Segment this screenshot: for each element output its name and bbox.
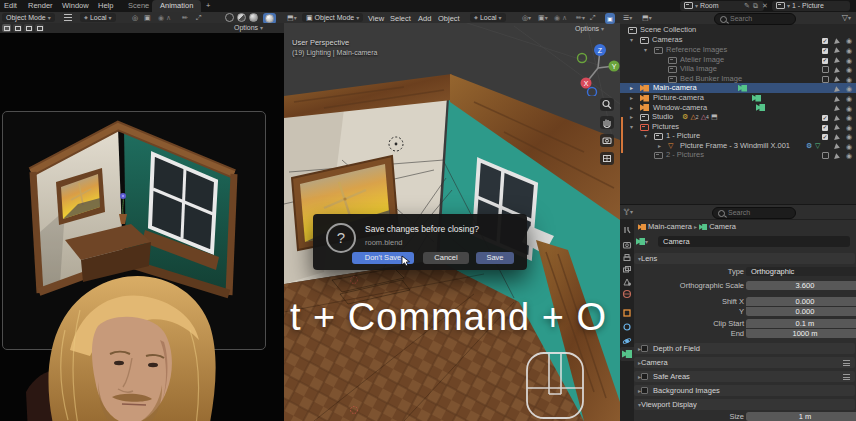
brush-icon[interactable]: ✏▾ <box>576 14 585 22</box>
scene-selector[interactable]: ▾ Room <box>680 1 764 11</box>
camera-datablock-icon[interactable]: ▾ <box>636 237 648 246</box>
menu-edit[interactable]: Edit <box>4 1 17 10</box>
mode-dropdown[interactable]: ▣ Object Mode ▾ <box>302 13 363 22</box>
select-lasso-icon[interactable] <box>35 24 45 34</box>
outliner-row-villa-image[interactable]: Villa Image ◉ <box>620 64 856 74</box>
proportional-edit-icon[interactable]: ◉ ∧ <box>554 14 567 22</box>
brush-icon[interactable]: ✏ <box>182 14 188 22</box>
ortho-toggle-button[interactable] <box>600 152 614 165</box>
select-circle-icon[interactable] <box>24 24 34 34</box>
magnet-icon[interactable]: ▣ <box>144 14 151 22</box>
options-dropdown[interactable]: Options ▾ <box>575 25 604 32</box>
properties-search-input[interactable]: Search <box>712 207 796 219</box>
shift-x-field[interactable]: 0.000 <box>746 297 856 306</box>
breadcrumb-data[interactable]: Camera <box>709 222 736 231</box>
outliner-row-main-camera[interactable]: ▸ Main-camera ◉ <box>620 83 856 93</box>
left-3d-viewport[interactable]: Object Mode ▾ ⌖ Local ▾ ◎ ▣ ◉ ∧ ✏ ⤢ Opti… <box>0 12 284 421</box>
shading-material-icon[interactable] <box>246 13 258 22</box>
tab-view-layer[interactable] <box>622 265 632 275</box>
outliner-row-cameras[interactable]: ▾ Cameras ◉ <box>620 35 856 45</box>
clip-end-field[interactable]: 1000 m <box>746 329 856 338</box>
outliner-row-window-camera[interactable]: ▸ Window-camera ◉ <box>620 103 856 113</box>
tab-physics[interactable] <box>622 336 632 346</box>
outliner-row-1-picture[interactable]: ▾ 1 - Picture ◉ <box>620 131 856 141</box>
camera-view-button[interactable] <box>600 134 614 147</box>
viewport-display-section[interactable]: ▾Viewport Display <box>634 399 855 410</box>
navigation-gizmo[interactable]: Z Y X <box>576 40 620 96</box>
depth-of-field-section[interactable]: ▸ Depth of Field <box>634 343 855 354</box>
camera-section[interactable]: ▸Camera <box>634 357 855 368</box>
type-dropdown[interactable]: Orthographic▾ <box>746 267 856 276</box>
outliner-row-scene-collection[interactable]: Scene Collection <box>620 25 856 35</box>
main-3d-viewport[interactable]: ⬒▾ ▣ Object Mode ▾ View Select Add Objec… <box>284 12 620 421</box>
select-tweak-icon[interactable] <box>2 24 12 34</box>
render-preview-icon[interactable]: ▣ <box>605 13 615 24</box>
hamburger-icon[interactable] <box>64 14 72 21</box>
orthographic-scale-field[interactable]: 3.600 <box>746 281 856 290</box>
safe-areas-checkbox[interactable] <box>641 373 648 380</box>
xray-icon[interactable]: ⤢ <box>196 14 202 22</box>
snap-icon[interactable]: ◎ <box>132 14 138 22</box>
left-orientation-dropdown[interactable]: ⌖ Local ▾ <box>80 13 116 22</box>
breadcrumb-object[interactable]: Main-camera <box>648 222 692 231</box>
workspace-add-button[interactable]: + <box>206 1 210 10</box>
select-menu[interactable]: Select <box>390 14 411 23</box>
section-menu-icon[interactable] <box>843 360 850 366</box>
outliner-row-pictures[interactable]: ▾ Pictures ◉ <box>620 122 856 132</box>
background-images-section[interactable]: ▸ Background Images <box>634 385 855 396</box>
clip-start-field[interactable]: 0.1 m <box>746 319 856 328</box>
safe-areas-section[interactable]: ▸ Safe Areas <box>634 371 855 382</box>
menu-render[interactable]: Render <box>28 1 53 10</box>
workspace-tab-scene[interactable]: Scene <box>128 1 149 10</box>
scene-delete-icon[interactable]: ✕ <box>762 2 768 10</box>
tab-world[interactable] <box>622 289 632 299</box>
scene-copy-icon[interactable]: ⧉ <box>753 2 758 10</box>
datablock-name-input[interactable]: Camera <box>658 236 850 247</box>
display-mode-icon[interactable]: ⬒▾ <box>642 14 652 22</box>
dof-checkbox[interactable] <box>641 345 648 352</box>
menu-help[interactable]: Help <box>98 1 113 10</box>
shading-wireframe-icon[interactable] <box>222 13 234 22</box>
filter-icon[interactable]: ▽▾ <box>842 13 851 22</box>
cancel-button[interactable]: Cancel <box>423 252 469 264</box>
background-images-checkbox[interactable] <box>641 387 648 394</box>
left-options-dropdown[interactable]: Options ▾ <box>234 24 263 31</box>
tab-output[interactable] <box>622 253 632 263</box>
size-field[interactable]: 1 m <box>746 412 856 421</box>
outliner-row-studio[interactable]: ▸ Studio ⚙ △2 △4 ⬒ ◉ <box>620 112 856 122</box>
tab-constraints[interactable] <box>622 322 632 332</box>
shift-y-field[interactable]: 0.000 <box>746 307 856 316</box>
tab-tool[interactable] <box>622 225 632 235</box>
outliner-row-2-pictures[interactable]: 2 - Pictures ◉ <box>620 150 856 160</box>
lens-section-header[interactable]: ▾Lens <box>634 253 855 264</box>
save-button[interactable]: Save <box>476 252 514 264</box>
properties-type-icon[interactable]: 🝖▾ <box>623 208 633 215</box>
pan-tool-button[interactable] <box>600 116 614 129</box>
menu-window[interactable]: Window <box>62 1 89 10</box>
outliner-type-icon[interactable]: ☰▾ <box>623 14 632 22</box>
view-menu[interactable]: View <box>368 14 384 23</box>
view-layer-selector[interactable]: ▾ 1 - Picture <box>772 1 850 11</box>
outliner-row-atelier-image[interactable]: Atelier Image ◉ <box>620 55 856 65</box>
pivot-icon[interactable]: ◎▾ <box>522 14 531 22</box>
editor-type-icon[interactable]: ⬒▾ <box>287 14 297 22</box>
outliner-row-reference-images[interactable]: ▾ Reference Images ◉ <box>620 45 856 55</box>
outliner-row-picture-camera[interactable]: ▸ Picture-camera ◉ <box>620 93 856 103</box>
outliner-search-input[interactable]: Search <box>714 13 796 25</box>
scene-pin-icon[interactable]: ✎ <box>744 2 750 10</box>
workspace-tab-animation[interactable]: Animation <box>152 0 201 12</box>
left-mode-dropdown[interactable]: Object Mode ▾ <box>2 13 55 22</box>
snap-icon[interactable]: ⤢ <box>590 14 596 22</box>
magnet-icon[interactable]: ▣▾ <box>538 14 548 22</box>
section-menu-icon[interactable] <box>843 374 850 380</box>
tab-object-data[interactable] <box>622 349 632 359</box>
tab-scene[interactable] <box>622 277 632 287</box>
proportional-edit-icon[interactable]: ◉ ∧ <box>158 14 171 22</box>
outliner-row-bed-bunker-image[interactable]: Bed Bunker Image ◉ <box>620 74 856 84</box>
tab-object[interactable] <box>622 308 632 318</box>
zoom-tool-button[interactable] <box>600 98 614 111</box>
shading-solid-icon[interactable] <box>234 13 246 22</box>
orientation-dropdown[interactable]: ⌖ Local ▾ <box>470 13 506 22</box>
outliner-row-picture-frame[interactable]: ▸▽ Picture Frame - 3 Windmill X.001 ⚙ ▽ … <box>620 141 856 151</box>
add-menu[interactable]: Add <box>418 14 431 23</box>
